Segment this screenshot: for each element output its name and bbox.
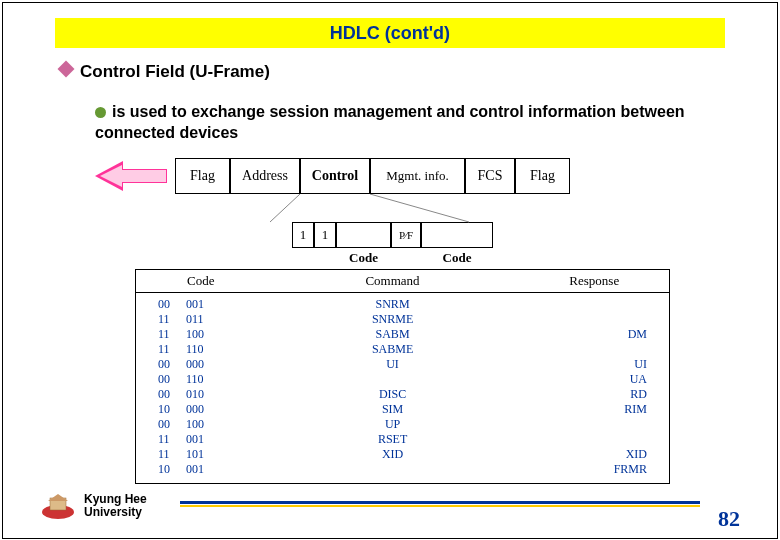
table-row [520, 312, 647, 327]
table-row [520, 432, 647, 447]
table-row: UI [266, 357, 520, 372]
lbl-code-left: Code [336, 250, 391, 266]
bullet2-text: is used to exchange session management a… [95, 103, 685, 141]
table-row: UA [520, 372, 647, 387]
table-row: SNRME [266, 312, 520, 327]
table-row: 11101 [158, 447, 266, 462]
control-bits: 1 1 P∕F [115, 222, 670, 248]
bit-1b: 1 [314, 222, 336, 248]
bits-code-left [336, 222, 391, 248]
slide-title: HDLC (cont'd) [330, 23, 450, 44]
table-row: 11011 [158, 312, 266, 327]
table-row [520, 297, 647, 312]
frame-structure: Flag Address Control Mgmt. info. FCS Fla… [175, 158, 670, 194]
control-labels: Code Code [115, 250, 670, 266]
table-row: XID [520, 447, 647, 462]
hdr-command: Command [266, 270, 520, 292]
table-row: UI [520, 357, 647, 372]
svg-line-0 [270, 194, 300, 222]
table-row: RD [520, 387, 647, 402]
bullet1-text: Control Field (U-Frame) [80, 62, 270, 81]
field-fcs: FCS [465, 158, 515, 194]
table-row: 11001 [158, 432, 266, 447]
field-mgmt: Mgmt. info. [370, 158, 465, 194]
table-body: 0000111011111001111000000001100001010000… [136, 293, 669, 483]
table-row: UP [266, 417, 520, 432]
table-row: SABM [266, 327, 520, 342]
table-row: RIM [520, 402, 647, 417]
col-cmd-values: SNRMSNRMESABMSABMEUI DISCSIMUPRSETXID [266, 297, 520, 477]
hdr-code: Code [136, 270, 266, 292]
col-resp-values: DM UIUARDRIM XIDFRMR [520, 297, 669, 477]
footer-logo: Kyung Hee University [40, 492, 147, 520]
table-row: 00110 [158, 372, 266, 387]
hdr-response: Response [520, 270, 669, 292]
table-row [520, 417, 647, 432]
table-row: FRMR [520, 462, 647, 477]
university-logo-icon [40, 492, 76, 520]
uni-line2: University [84, 506, 147, 519]
expand-lines [115, 194, 670, 222]
bits-code-right [421, 222, 493, 248]
table-row: DISC [266, 387, 520, 402]
bit-pf: P∕F [391, 222, 421, 248]
table-row: 11110 [158, 342, 266, 357]
footer-divider [180, 501, 700, 508]
bullet-level-1: Control Field (U-Frame) [60, 62, 270, 82]
table-row: 00001 [158, 297, 266, 312]
svg-marker-4 [48, 494, 68, 501]
bullet-level-2: is used to exchange session management a… [95, 102, 725, 144]
table-row: SIM [266, 402, 520, 417]
table-row: SABME [266, 342, 520, 357]
field-address: Address [230, 158, 300, 194]
table-row: 00010 [158, 387, 266, 402]
table-row: 10001 [158, 462, 266, 477]
codes-table: Code Command Response 000011101111100111… [135, 269, 670, 484]
table-row: XID [266, 447, 520, 462]
hdlc-diagram: Flag Address Control Mgmt. info. FCS Fla… [115, 158, 670, 484]
field-flag2: Flag [515, 158, 570, 194]
table-row: 00000 [158, 357, 266, 372]
disc-icon [95, 107, 106, 118]
diamond-icon [58, 61, 75, 78]
table-row [266, 372, 520, 387]
col-code-values: 0000111011111001111000000001100001010000… [136, 297, 266, 477]
title-bar: HDLC (cont'd) [55, 18, 725, 48]
table-row: RSET [266, 432, 520, 447]
lbl-code-right: Code [421, 250, 493, 266]
svg-line-1 [370, 194, 469, 222]
table-row: DM [520, 327, 647, 342]
field-flag: Flag [175, 158, 230, 194]
table-row: SNRM [266, 297, 520, 312]
bit-1a: 1 [292, 222, 314, 248]
university-name: Kyung Hee University [84, 493, 147, 519]
page-number: 82 [718, 506, 740, 532]
table-row [266, 462, 520, 477]
field-control: Control [300, 158, 370, 194]
table-row: 10000 [158, 402, 266, 417]
table-row: 00100 [158, 417, 266, 432]
table-row: 11100 [158, 327, 266, 342]
table-row [520, 342, 647, 357]
table-header: Code Command Response [136, 270, 669, 293]
